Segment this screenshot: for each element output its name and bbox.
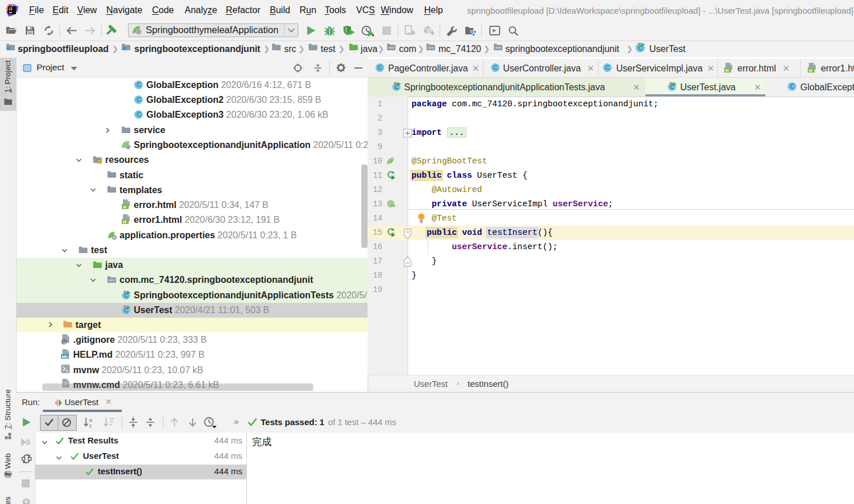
svg-text:IJ: IJ <box>9 7 13 11</box>
svg-text:9: 9 <box>26 438 30 447</box>
svg-text:a: a <box>89 417 92 423</box>
svg-text:z: z <box>89 423 92 428</box>
svg-text:C: C <box>638 45 643 51</box>
